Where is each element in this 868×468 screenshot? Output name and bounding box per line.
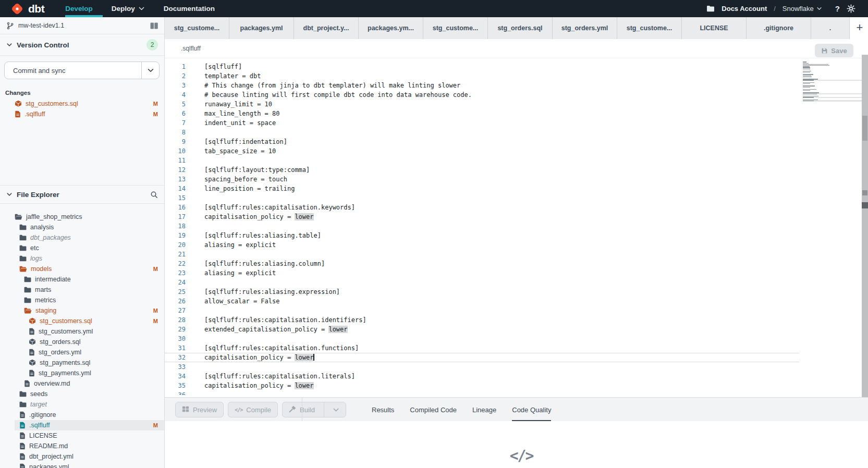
- chevron-down-icon[interactable]: [328, 407, 339, 413]
- code-line-23[interactable]: 23aliasing = explicit: [165, 268, 799, 278]
- code-line-11[interactable]: 11: [165, 156, 799, 165]
- code-line-30[interactable]: 30: [165, 334, 799, 343]
- file-tree-item-license[interactable]: LICENSE: [0, 430, 164, 441]
- editor-tab-license-8[interactable]: LICENSE: [682, 17, 747, 39]
- editor-tab-stg-custome-0[interactable]: stg_custome...: [165, 17, 229, 39]
- panel-tab-code-quality[interactable]: Code Quality: [512, 398, 551, 422]
- commit-and-sync-button[interactable]: Commit and sync: [4, 61, 160, 79]
- file-explorer-header[interactable]: File Explorer: [0, 185, 164, 204]
- file-tree-item-stg-customers-sql[interactable]: stg_customers.sqlM: [0, 316, 164, 326]
- file-tree-item-stg-orders-sql[interactable]: stg_orders.sql: [0, 337, 164, 347]
- editor-tab-stg-custome-7[interactable]: stg_custome...: [617, 17, 682, 39]
- help-icon[interactable]: ?: [835, 4, 840, 13]
- code-line-28[interactable]: 28[sqlfluff:rules:capitalisation.identif…: [165, 315, 799, 325]
- code-line-19[interactable]: 19[sqlfluff:rules:aliasing.table]: [165, 231, 799, 240]
- file-tree-item-jaffle-shop-metrics[interactable]: jaffle_shop_metrics: [0, 212, 164, 222]
- panel-tab-results[interactable]: Results: [372, 398, 394, 422]
- code-line-2[interactable]: 2templater = dbt: [165, 71, 799, 81]
- file-tree-item-stg-payments-yml[interactable]: stg_payments.yml: [0, 368, 164, 378]
- code-line-3[interactable]: 3# This change (from jinja to dbt templa…: [165, 81, 799, 90]
- code-line-6[interactable]: 6max_line_length = 80: [165, 109, 799, 118]
- file-tree-item-stg-payments-sql[interactable]: stg_payments.sql: [0, 358, 164, 368]
- code-line-5[interactable]: 5runaway_limit = 10: [165, 100, 799, 109]
- file-tree-item-etc[interactable]: etc: [0, 243, 164, 253]
- file-tree-item-readme-md[interactable]: README.md: [0, 441, 164, 451]
- code-line-14[interactable]: 14line_position = trailing: [165, 184, 799, 193]
- editor-tab-dbt-project-y-2[interactable]: dbt_project.y...: [294, 17, 359, 39]
- code-line-26[interactable]: 26allow_scalar = False: [165, 297, 799, 306]
- search-icon[interactable]: [150, 191, 158, 199]
- file-tree-item-target[interactable]: target: [0, 399, 164, 410]
- editor-tab-gitignore-9[interactable]: .gitignore: [747, 17, 811, 39]
- gear-icon[interactable]: [847, 4, 855, 13]
- code-line-22[interactable]: 22[sqlfluff:rules:aliasing.column]: [165, 259, 799, 268]
- code-line-21[interactable]: 21: [165, 250, 799, 259]
- code-line-34[interactable]: 34[sqlfluff:rules:capitalisation.literal…: [165, 372, 799, 381]
- editor-tab-packages-yml-1[interactable]: packages.yml: [229, 17, 294, 39]
- editor-tab-packages-ym-3[interactable]: packages.ym...: [359, 17, 423, 39]
- code-line-17[interactable]: 17capitalisation_policy = lower: [165, 212, 799, 221]
- account-name[interactable]: Docs Account: [722, 5, 767, 13]
- code-line-18[interactable]: 18: [165, 221, 799, 231]
- code-line-7[interactable]: 7indent_unit = space: [165, 118, 799, 128]
- file-tree-item-marts[interactable]: marts: [0, 285, 164, 295]
- environment-selector[interactable]: Snowflake: [783, 5, 822, 13]
- file-tree-item-seeds[interactable]: seeds: [0, 389, 164, 399]
- nav-item-documentation[interactable]: Documentation: [164, 0, 215, 17]
- file-tree-item-stg-orders-yml[interactable]: stg_orders.yml: [0, 347, 164, 358]
- file-tree-item-packages-yml[interactable]: packages.yml: [0, 462, 164, 468]
- code-line-20[interactable]: 20aliasing = explicit: [165, 240, 799, 250]
- file-tree-item-analysis[interactable]: analysis: [0, 222, 164, 232]
- file-tree-item-stg-customers-yml[interactable]: stg_customers.yml: [0, 326, 164, 337]
- changed-file-sqlfluff[interactable]: .sqlfluffM: [0, 109, 164, 119]
- panel-tab-lineage[interactable]: Lineage: [472, 398, 496, 422]
- preview-button[interactable]: Preview: [175, 402, 224, 417]
- code-line-9[interactable]: 9[sqlfluff:indentation]: [165, 137, 799, 146]
- file-tree-item-metrics[interactable]: metrics: [0, 295, 164, 305]
- file-tree-item-dbt-packages[interactable]: dbt_packages: [0, 232, 164, 243]
- file-tree-item-models[interactable]: modelsM: [0, 264, 164, 274]
- panel-layout-icon[interactable]: [150, 22, 158, 29]
- code-line-33[interactable]: 33: [165, 362, 799, 372]
- code-line-16[interactable]: 16[sqlfluff:rules:capitalisation.keyword…: [165, 203, 799, 212]
- editor-tab-overflow[interactable]: .: [811, 17, 850, 39]
- dbt-logo[interactable]: dbt: [10, 2, 44, 16]
- build-button[interactable]: Build: [282, 402, 346, 417]
- file-tree-item-intermediate[interactable]: intermediate: [0, 274, 164, 285]
- code-line-25[interactable]: 25[sqlfluff:rules:aliasing.expression]: [165, 287, 799, 297]
- editor-tab-stg-orders-yml-6[interactable]: stg_orders.yml: [553, 17, 617, 39]
- commit-options-chevron[interactable]: [141, 62, 159, 79]
- editor-tab-stg-custome-4[interactable]: stg_custome...: [423, 17, 488, 39]
- code-line-8[interactable]: 8: [165, 128, 799, 137]
- file-tree-item-gitignore[interactable]: .gitignore: [0, 410, 164, 420]
- file-tree-item-staging[interactable]: stagingM: [0, 305, 164, 316]
- compile-button[interactable]: </>Compile: [228, 402, 278, 417]
- git-branch-row[interactable]: mw-test-idev1.1: [0, 17, 164, 34]
- changed-file-stg-customers-sql[interactable]: stg_customers.sqlM: [0, 98, 164, 109]
- new-tab-button[interactable]: +: [852, 20, 867, 35]
- panel-tab-compiled-code[interactable]: Compiled Code: [410, 398, 457, 422]
- save-button[interactable]: Save: [815, 44, 853, 57]
- file-tree-item-overview-md[interactable]: overview.md: [0, 378, 164, 389]
- code-line-1[interactable]: 1[sqlfluff]: [165, 62, 799, 71]
- nav-item-deploy[interactable]: Deploy: [112, 0, 145, 17]
- file-tree-item-dbt-project-yml[interactable]: dbt_project.yml: [0, 451, 164, 462]
- version-control-header[interactable]: Version Control 2: [0, 34, 164, 56]
- code-line-35[interactable]: 35capitalisation_policy = lower: [165, 381, 799, 390]
- editor-tab-stg-orders-sql-5[interactable]: stg_orders.sql: [488, 17, 553, 39]
- code-line-4[interactable]: 4# because linting will first compile db…: [165, 90, 799, 100]
- editor-minimap[interactable]: [803, 61, 862, 104]
- code-line-24[interactable]: 24: [165, 278, 799, 287]
- code-line-32[interactable]: 32capitalisation_policy = lower: [165, 353, 799, 362]
- code-line-29[interactable]: 29extended_capitalisation_policy = lower: [165, 325, 799, 334]
- code-line-36[interactable]: 36: [165, 390, 799, 395]
- code-line-10[interactable]: 10tab_space_size = 10: [165, 146, 799, 156]
- code-line-27[interactable]: 27: [165, 306, 799, 315]
- code-line-13[interactable]: 13spacing_before = touch: [165, 175, 799, 184]
- file-tree-item-sqlfluff[interactable]: .sqlfluffM: [0, 420, 164, 430]
- code-line-31[interactable]: 31[sqlfluff:rules:capitalisation.functio…: [165, 343, 799, 353]
- code-line-15[interactable]: 15: [165, 193, 799, 203]
- code-editor[interactable]: 1[sqlfluff]2templater = dbt3# This chang…: [165, 58, 868, 395]
- file-tree-item-logs[interactable]: logs: [0, 253, 164, 264]
- scrollbar-thumb[interactable]: [862, 116, 867, 141]
